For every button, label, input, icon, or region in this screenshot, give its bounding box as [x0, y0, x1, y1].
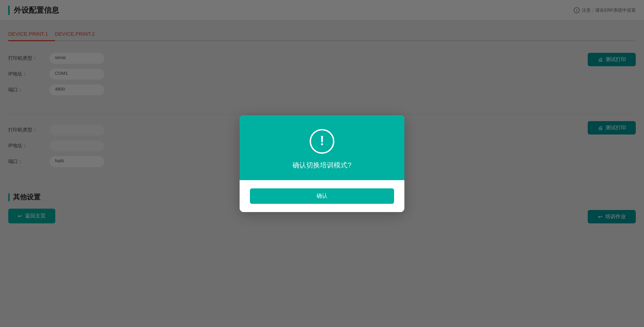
modal-overlay: ! 确认切换培训模式? 确认: [0, 0, 644, 327]
dialog-warning-circle: !: [310, 129, 334, 154]
dialog-message: 确认切换培训模式?: [292, 161, 351, 170]
dialog-confirm-button[interactable]: 确认: [250, 188, 394, 204]
dialog-top: ! 确认切换培训模式?: [240, 115, 404, 180]
exclamation-icon: !: [320, 134, 324, 147]
confirm-dialog: ! 确认切换培训模式? 确认: [240, 115, 404, 212]
dialog-bottom: 确认: [240, 180, 404, 212]
